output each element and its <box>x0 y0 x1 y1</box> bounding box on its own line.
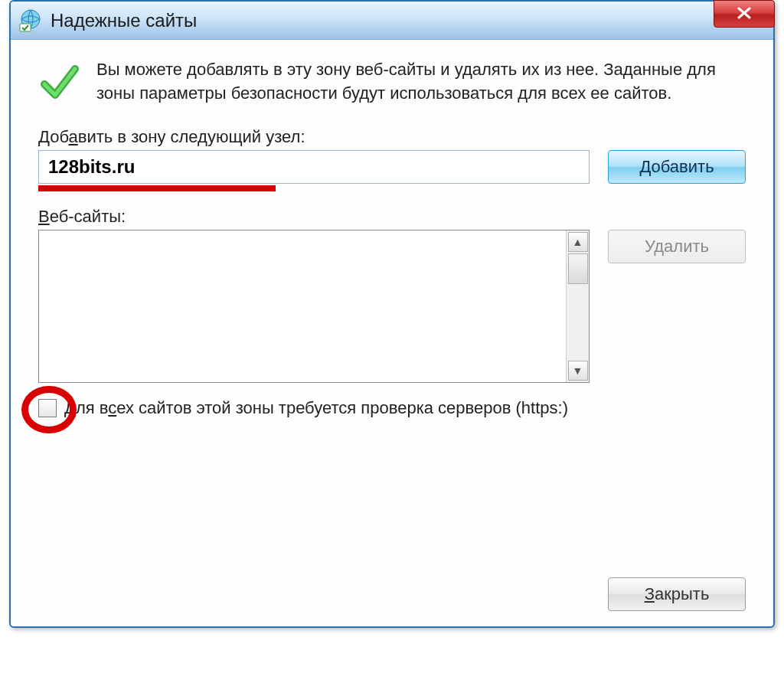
add-site-label: Добавить в зону следующий узел: <box>38 127 746 147</box>
globe-icon <box>18 8 43 33</box>
close-dialog-button[interactable]: Закрыть <box>608 577 746 611</box>
websites-label: Веб-сайты: <box>38 207 746 227</box>
websites-listbox[interactable]: ▲ ▼ <box>38 230 590 383</box>
window-title: Надежные сайты <box>51 10 197 31</box>
info-row: Вы можете добавлять в эту зону веб-сайты… <box>38 58 746 106</box>
titlebar[interactable]: Надежные сайты <box>11 2 773 40</box>
dialog-content: Вы можете добавлять в эту зону веб-сайты… <box>11 40 773 433</box>
scroll-down-icon[interactable]: ▼ <box>568 361 588 381</box>
https-checkbox-label: Для всех сайтов этой зоны требуется пров… <box>64 398 568 418</box>
list-row: ▲ ▼ Удалить <box>38 230 746 383</box>
scroll-up-icon[interactable]: ▲ <box>568 232 588 252</box>
add-row: Добавить <box>38 150 746 184</box>
close-icon <box>736 5 753 23</box>
close-button[interactable] <box>714 0 775 28</box>
checkmark-icon <box>38 61 81 104</box>
site-url-input[interactable] <box>38 150 590 184</box>
scrollbar[interactable]: ▲ ▼ <box>566 230 589 382</box>
https-checkbox-row: Для всех сайтов этой зоны требуется пров… <box>38 398 746 418</box>
svg-rect-1 <box>20 24 31 31</box>
annotation-underline <box>38 185 276 191</box>
trusted-sites-dialog: Надежные сайты Вы можете добавлять в эту… <box>9 0 775 628</box>
add-button[interactable]: Добавить <box>608 150 746 184</box>
info-text: Вы можете добавлять в эту зону веб-сайты… <box>96 58 746 106</box>
remove-button: Удалить <box>608 230 746 263</box>
dialog-footer: Закрыть <box>608 577 746 611</box>
https-required-checkbox[interactable] <box>38 399 57 417</box>
scroll-thumb[interactable] <box>568 253 588 284</box>
